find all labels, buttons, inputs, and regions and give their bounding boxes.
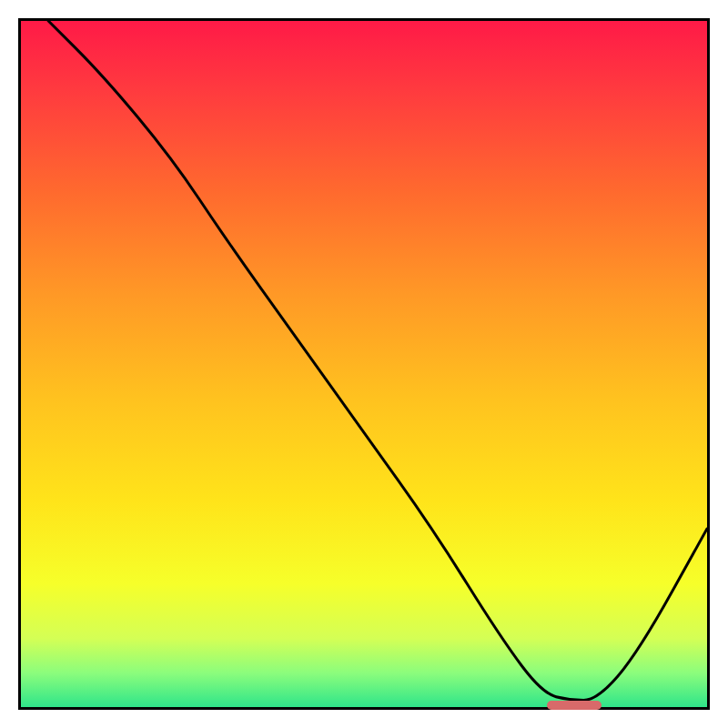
optimal-marker bbox=[547, 701, 602, 710]
chart-frame: TheBottleneck.com bbox=[18, 18, 710, 710]
chart-plot bbox=[21, 21, 707, 707]
gradient-background bbox=[21, 21, 707, 707]
